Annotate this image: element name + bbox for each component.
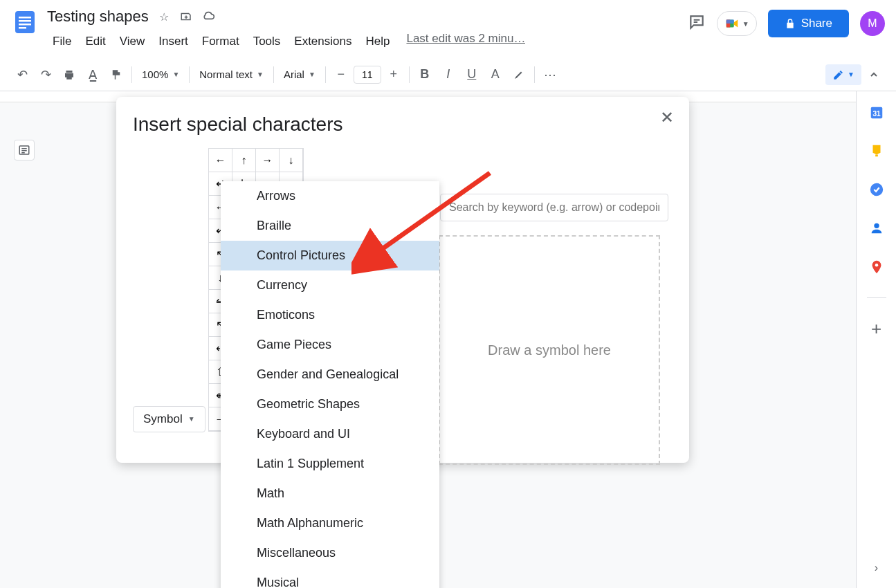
font-size-input[interactable]: [354, 66, 381, 84]
menu-tools[interactable]: Tools: [248, 32, 286, 51]
menubar: File Edit View Insert Format Tools Exten…: [47, 28, 688, 51]
menu-insert[interactable]: Insert: [153, 32, 194, 51]
zoom-select[interactable]: 100%▼: [136, 66, 185, 83]
add-on-icon[interactable]: +: [868, 320, 885, 337]
doc-title[interactable]: Testing shapes: [47, 8, 149, 26]
star-icon[interactable]: ☆: [157, 10, 171, 24]
style-select[interactable]: Normal text▼: [194, 66, 269, 83]
underline-button[interactable]: U: [461, 64, 483, 86]
dialog-title: Insert special characters: [133, 113, 673, 136]
category-item[interactable]: Geometric Shapes: [221, 389, 439, 419]
svg-rect-16: [875, 155, 878, 157]
symbol-cell[interactable]: ↓: [280, 149, 303, 172]
toolbar: ↶ ↷ A̲ 100%▼ Normal text▼ Arial▼ − + B I…: [0, 58, 896, 91]
menu-view[interactable]: View: [114, 32, 151, 51]
svg-rect-4: [19, 27, 26, 29]
category-item[interactable]: Math: [221, 479, 439, 508]
category-item[interactable]: Emoticons: [221, 300, 439, 330]
collapse-sidepanel-icon[interactable]: ›: [875, 562, 878, 574]
calendar-icon[interactable]: 31: [868, 104, 885, 120]
category-item[interactable]: Currency: [221, 270, 439, 300]
symbol-category-button[interactable]: Symbol ▼: [133, 406, 205, 432]
symbol-cell[interactable]: ↑: [232, 149, 256, 172]
more-button[interactable]: ⋯: [539, 64, 561, 86]
highlight-button[interactable]: [508, 64, 530, 86]
menu-extensions[interactable]: Extensions: [289, 32, 357, 51]
symbol-cell[interactable]: ←: [209, 149, 232, 172]
category-item[interactable]: Latin 1 Supplement: [221, 449, 439, 479]
font-select[interactable]: Arial▼: [278, 66, 321, 83]
category-item[interactable]: Braille: [221, 211, 439, 241]
print-button[interactable]: [58, 64, 80, 86]
menu-format[interactable]: Format: [196, 32, 245, 51]
comments-icon[interactable]: [688, 13, 706, 34]
keep-icon[interactable]: [868, 143, 885, 159]
svg-rect-2: [19, 20, 31, 22]
category-item[interactable]: Miscellaneous: [221, 538, 439, 568]
paint-format-button[interactable]: [105, 64, 127, 86]
maps-icon[interactable]: [868, 259, 885, 275]
svg-point-18: [874, 223, 879, 228]
side-panel: 31 + ›: [856, 91, 896, 588]
search-input[interactable]: [440, 194, 668, 221]
font-size-increase[interactable]: +: [383, 64, 405, 86]
draw-hint: Draw a symbol here: [488, 342, 611, 358]
spellcheck-button[interactable]: A̲: [82, 64, 104, 86]
move-icon[interactable]: [179, 10, 193, 24]
last-edit-link[interactable]: Last edit was 2 minu…: [406, 32, 525, 51]
share-label: Share: [801, 17, 832, 30]
category-item[interactable]: Musical: [221, 568, 439, 588]
category-item[interactable]: Math Alphanumeric: [221, 508, 439, 538]
account-avatar[interactable]: M: [860, 11, 885, 36]
meet-button[interactable]: ▼: [717, 11, 757, 36]
svg-point-19: [875, 264, 878, 267]
undo-button[interactable]: ↶: [11, 64, 33, 86]
menu-edit[interactable]: Edit: [80, 32, 111, 51]
collapse-toolbar-button[interactable]: [863, 64, 885, 86]
category-item[interactable]: Game Pieces: [221, 330, 439, 360]
symbol-cell[interactable]: →: [256, 149, 280, 172]
cloud-status-icon[interactable]: [201, 10, 215, 24]
chevron-down-icon: ▼: [188, 415, 195, 423]
draw-area[interactable]: Draw a symbol here: [439, 235, 660, 465]
italic-button[interactable]: I: [437, 64, 459, 86]
close-icon[interactable]: ✕: [657, 108, 677, 127]
font-size-decrease[interactable]: −: [330, 64, 352, 86]
menu-file[interactable]: File: [47, 32, 77, 51]
share-button[interactable]: Share: [768, 10, 849, 37]
bold-button[interactable]: B: [414, 64, 436, 86]
subcategory-dropdown[interactable]: ArrowsBrailleControl PicturesCurrencyEmo…: [221, 181, 439, 588]
outline-button[interactable]: [14, 140, 35, 160]
svg-rect-3: [19, 24, 31, 26]
tasks-icon[interactable]: [868, 181, 885, 198]
category-item[interactable]: Arrows: [221, 181, 439, 211]
editing-mode-button[interactable]: ▼: [825, 64, 861, 85]
svg-rect-0: [15, 11, 35, 33]
text-color-button[interactable]: A: [484, 64, 506, 86]
svg-rect-1: [19, 17, 31, 19]
svg-rect-7: [726, 20, 733, 24]
redo-button[interactable]: ↷: [35, 64, 57, 86]
contacts-icon[interactable]: [868, 220, 885, 237]
chevron-down-icon: ▼: [742, 20, 749, 28]
svg-text:31: 31: [872, 110, 881, 118]
category-item[interactable]: Gender and Genealogical: [221, 360, 439, 389]
category-item[interactable]: Keyboard and UI: [221, 419, 439, 449]
menu-help[interactable]: Help: [360, 32, 395, 51]
category-item[interactable]: Control Pictures: [221, 241, 439, 270]
docs-logo[interactable]: [11, 6, 39, 39]
